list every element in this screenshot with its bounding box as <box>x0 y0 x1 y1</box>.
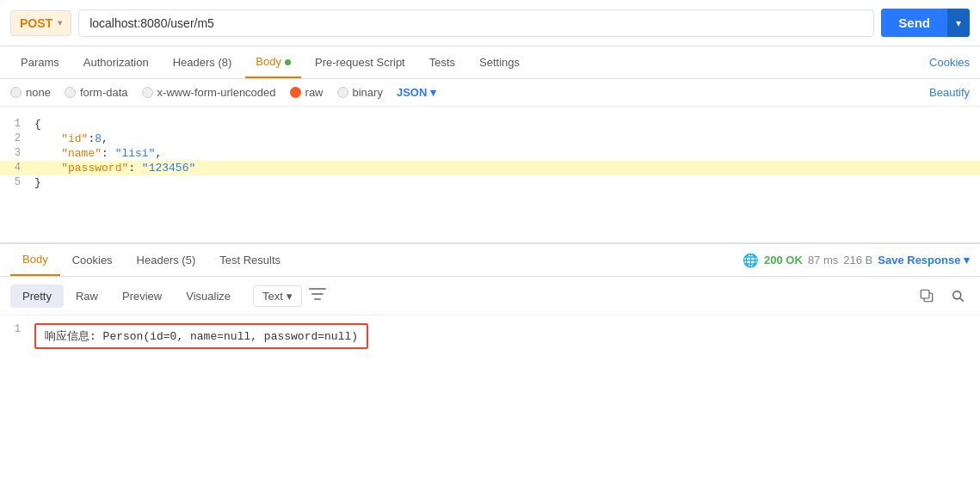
radio-form-data[interactable] <box>65 87 76 98</box>
option-binary-label: binary <box>353 86 383 99</box>
save-response-button[interactable]: Save Response ▾ <box>878 254 970 266</box>
resp-tab-test-results[interactable]: Test Results <box>207 245 293 275</box>
code-editor[interactable]: 1 { 2 "id":8, 3 "name": "lisi", 4 "passw… <box>0 107 980 244</box>
filter-icon[interactable] <box>309 287 326 304</box>
response-time: 87 ms <box>808 254 838 266</box>
method-select[interactable]: POST ▾ <box>10 10 71 36</box>
radio-raw[interactable] <box>290 87 301 98</box>
send-dropdown-button[interactable]: ▾ <box>947 9 970 37</box>
globe-icon: 🌐 <box>743 253 759 268</box>
resp-body: 1 响应信息: Person(id=0, name=null, password… <box>0 315 980 357</box>
beautify-button[interactable]: Beautify <box>929 86 970 99</box>
response-tabs: Body Cookies Headers (5) Test Results 🌐 … <box>0 244 980 277</box>
option-urlencoded-label: x-www-form-urlencoded <box>157 86 276 99</box>
resp-tab-body[interactable]: Body <box>10 244 60 276</box>
url-input[interactable] <box>78 9 874 37</box>
json-label: JSON <box>397 86 427 99</box>
svg-rect-2 <box>314 298 321 300</box>
search-button[interactable] <box>946 284 970 308</box>
tab-body[interactable]: Body <box>245 46 301 78</box>
text-select[interactable]: Text ▾ <box>253 285 302 307</box>
resp-view-options: Pretty Raw Preview Visualize Text ▾ <box>0 277 980 315</box>
top-bar: POST ▾ Send ▾ <box>0 0 980 46</box>
response-text-box: 响应信息: Person(id=0, name=null, password=n… <box>34 323 368 349</box>
tab-settings[interactable]: Settings <box>469 47 530 77</box>
method-label: POST <box>20 16 52 30</box>
filter-svg <box>309 287 326 301</box>
option-none[interactable]: none <box>10 86 51 99</box>
nav-tabs: Params Authorization Headers (8) Body Pr… <box>0 46 980 79</box>
view-visualize[interactable]: Visualize <box>174 285 243 308</box>
json-select[interactable]: JSON ▾ <box>397 86 436 99</box>
body-dot <box>285 59 291 65</box>
radio-urlencoded[interactable] <box>142 87 153 98</box>
view-pretty[interactable]: Pretty <box>10 285 64 308</box>
option-urlencoded[interactable]: x-www-form-urlencoded <box>142 86 276 99</box>
tab-authorization[interactable]: Authorization <box>73 47 159 77</box>
resp-actions <box>915 284 970 308</box>
send-button[interactable]: Send <box>881 9 947 37</box>
code-line-5: 5 } <box>0 175 980 190</box>
resp-meta: 🌐 200 OK 87 ms 216 B Save Response ▾ <box>743 253 970 268</box>
option-binary[interactable]: binary <box>337 86 383 99</box>
tab-tests[interactable]: Tests <box>419 47 465 77</box>
svg-rect-1 <box>311 293 324 295</box>
option-raw[interactable]: raw <box>290 86 324 99</box>
send-btn-group: Send ▾ <box>881 9 970 37</box>
response-size: 216 B <box>843 254 872 266</box>
radio-none[interactable] <box>10 87 22 98</box>
option-none-label: none <box>26 86 51 99</box>
resp-tab-cookies[interactable]: Cookies <box>60 245 125 275</box>
text-select-label: Text <box>262 290 283 303</box>
copy-button[interactable] <box>915 284 939 308</box>
radio-binary[interactable] <box>337 87 348 98</box>
view-raw[interactable]: Raw <box>64 285 110 308</box>
option-raw-label: raw <box>305 86 324 99</box>
response-status: 200 OK <box>764 254 803 266</box>
svg-rect-4 <box>921 290 929 298</box>
code-line-1: 1 { <box>0 117 980 132</box>
method-chevron-icon: ▾ <box>58 18 62 28</box>
tab-pre-request[interactable]: Pre-request Script <box>305 47 416 77</box>
json-chevron-icon: ▾ <box>430 86 436 99</box>
cookies-link[interactable]: Cookies <box>929 47 970 77</box>
option-form-data[interactable]: form-data <box>65 86 128 99</box>
resp-tab-headers[interactable]: Headers (5) <box>125 245 208 275</box>
view-preview[interactable]: Preview <box>110 285 174 308</box>
tab-params[interactable]: Params <box>10 47 70 77</box>
body-options: none form-data x-www-form-urlencoded raw… <box>0 79 980 107</box>
svg-line-6 <box>960 298 964 302</box>
svg-point-5 <box>953 291 961 299</box>
code-line-2: 2 "id":8, <box>0 132 980 146</box>
svg-rect-0 <box>309 288 326 290</box>
editor-area[interactable]: 1 { 2 "id":8, 3 "name": "lisi", 4 "passw… <box>0 113 980 193</box>
tab-headers[interactable]: Headers (8) <box>163 47 243 77</box>
text-chevron-icon: ▾ <box>287 290 293 303</box>
resp-line-1: 1 响应信息: Person(id=0, name=null, password… <box>0 322 980 350</box>
code-line-4: 4 "password": "123456" <box>0 161 980 175</box>
response-section: Body Cookies Headers (5) Test Results 🌐 … <box>0 244 980 357</box>
code-line-3: 3 "name": "lisi", <box>0 146 980 161</box>
option-form-data-label: form-data <box>80 86 128 99</box>
